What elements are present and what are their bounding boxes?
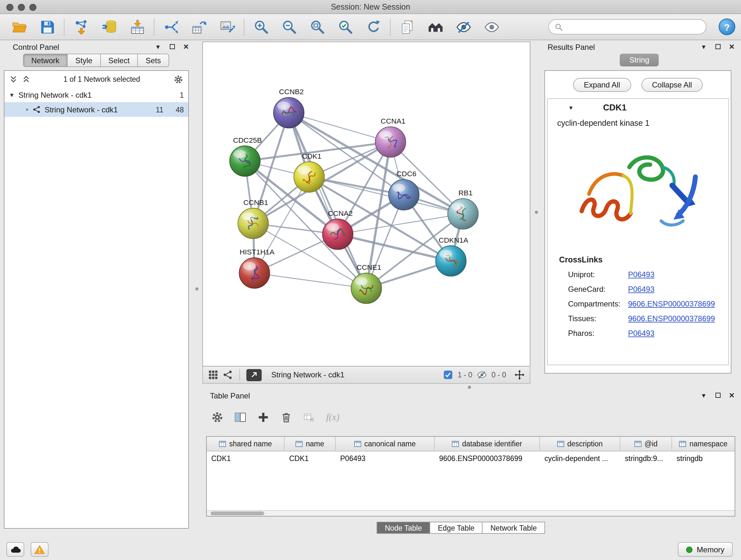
tab-style[interactable]: Style bbox=[68, 54, 100, 67]
column-header-database-identifier[interactable]: database identifier bbox=[434, 437, 540, 451]
cell-shared-name[interactable]: CDK1 bbox=[207, 451, 285, 465]
cell-canonical-name[interactable]: P06493 bbox=[336, 451, 434, 465]
column-header-name[interactable]: name bbox=[285, 437, 336, 451]
network-node-CCNB1[interactable]: CCNB1 bbox=[238, 198, 269, 239]
show-all-button[interactable] bbox=[482, 17, 501, 37]
compartments-link[interactable]: 9606.ENSP00000378699 bbox=[628, 299, 715, 308]
control-panel-close-button[interactable]: ✕ bbox=[181, 42, 191, 51]
results-panel-float-button[interactable] bbox=[713, 42, 723, 51]
refresh-layout-button[interactable] bbox=[364, 17, 383, 37]
first-neighbors-button[interactable] bbox=[426, 17, 445, 37]
delete-table-button[interactable] bbox=[303, 411, 315, 423]
search-box[interactable] bbox=[548, 19, 706, 35]
network-node-CDK1[interactable]: CDK1 bbox=[294, 152, 325, 192]
help-button[interactable]: ? bbox=[719, 18, 735, 35]
gene-card-header[interactable]: ▼ CDK1 bbox=[548, 99, 728, 116]
delete-column-button[interactable] bbox=[280, 411, 292, 423]
pan-tool-button[interactable] bbox=[515, 370, 525, 380]
clipboard-button[interactable] bbox=[398, 17, 417, 37]
create-column-button[interactable] bbox=[257, 411, 269, 423]
new-network-button[interactable] bbox=[161, 17, 181, 37]
network-canvas[interactable]: CCNB2CCNA1CDC25BCDK1CDC6RB1CCNB1CCNA2CDK… bbox=[203, 42, 530, 366]
birdseye-view-button[interactable] bbox=[246, 369, 262, 381]
hide-selected-button[interactable] bbox=[454, 17, 473, 37]
network-node-CCNB2[interactable]: CCNB2 bbox=[273, 87, 304, 128]
network-row-selected[interactable]: ● String Network - cdk1 11 48 bbox=[4, 102, 188, 117]
network-collection-row[interactable]: ▼ String Network - cdk1 1 bbox=[4, 87, 188, 102]
open-session-button[interactable] bbox=[10, 17, 29, 37]
tab-node-table[interactable]: Node Table bbox=[377, 522, 430, 534]
network-node-HIST1H1A[interactable]: HIST1H1A bbox=[239, 248, 275, 288]
disclosure-triangle-icon[interactable]: ▼ bbox=[9, 91, 15, 98]
zoom-in-button[interactable] bbox=[252, 17, 271, 37]
import-table-button[interactable] bbox=[128, 17, 147, 37]
zoom-out-button[interactable] bbox=[280, 17, 299, 37]
cell-database-identifier[interactable]: 9606.ENSP00000378699 bbox=[434, 451, 540, 465]
network-node-CDKN1A[interactable]: CDKN1A bbox=[435, 236, 468, 276]
network-type-button[interactable] bbox=[223, 370, 233, 380]
import-network-file-button[interactable] bbox=[71, 17, 91, 37]
network-node-RB1[interactable]: RB1 bbox=[448, 189, 478, 229]
column-header-description[interactable]: description bbox=[540, 437, 620, 451]
zoom-window-button[interactable] bbox=[29, 3, 37, 10]
network-node-CDC6[interactable]: CDC6 bbox=[389, 170, 419, 210]
zoom-fit-button[interactable] bbox=[308, 17, 327, 37]
scrollbar-thumb[interactable] bbox=[211, 511, 264, 515]
show-columns-button[interactable] bbox=[234, 411, 246, 423]
warnings-button[interactable] bbox=[30, 542, 49, 557]
zoom-selected-button[interactable] bbox=[336, 17, 355, 37]
table-panel-float-button[interactable] bbox=[713, 391, 723, 400]
table-panel-collapse-button[interactable]: ▾ bbox=[699, 391, 709, 400]
memory-button[interactable]: Memory bbox=[677, 542, 733, 557]
right-splitter-handle[interactable] bbox=[535, 211, 538, 214]
tab-sets[interactable]: Sets bbox=[138, 54, 169, 67]
cell-description[interactable]: cyclin-dependent ... bbox=[540, 451, 620, 465]
column-header-at-id[interactable]: @id bbox=[620, 437, 672, 451]
control-panel-float-button[interactable] bbox=[167, 42, 177, 51]
column-header-namespace[interactable]: namespace bbox=[672, 437, 735, 451]
close-window-button[interactable] bbox=[6, 3, 13, 10]
tissues-link[interactable]: 9606.ENSP00000378699 bbox=[628, 314, 715, 323]
cell-namespace[interactable]: stringdb bbox=[672, 451, 735, 465]
network-node-CCNA1[interactable]: CCNA1 bbox=[375, 117, 406, 158]
table-delete-icon bbox=[303, 411, 315, 423]
search-input[interactable] bbox=[567, 22, 700, 31]
export-image-button[interactable] bbox=[218, 17, 237, 37]
cell-name[interactable]: CDK1 bbox=[285, 451, 336, 465]
network-node-CDC25B[interactable]: CDC25B bbox=[230, 136, 262, 177]
genecard-link[interactable]: P06493 bbox=[628, 285, 655, 294]
save-session-button[interactable] bbox=[38, 17, 57, 37]
expand-all-button[interactable]: Expand All bbox=[573, 78, 631, 92]
disclosure-triangle-icon[interactable]: ▼ bbox=[568, 105, 574, 111]
collapse-all-button[interactable]: Collapse All bbox=[641, 78, 703, 92]
export-network-table-button[interactable] bbox=[190, 17, 209, 37]
tab-select[interactable]: Select bbox=[100, 54, 138, 67]
bottom-splitter-handle[interactable] bbox=[468, 386, 471, 389]
function-builder-button[interactable]: f(x) bbox=[326, 412, 340, 422]
cloud-button[interactable] bbox=[6, 542, 24, 557]
uniprot-link[interactable]: P06493 bbox=[628, 270, 655, 279]
tab-edge-table[interactable]: Edge Table bbox=[430, 522, 483, 534]
gear-icon[interactable] bbox=[174, 74, 183, 84]
collapse-all-icon[interactable] bbox=[22, 75, 30, 83]
tab-network[interactable]: Network bbox=[23, 54, 68, 67]
results-panel-close-button[interactable]: ✕ bbox=[727, 42, 737, 51]
table-row[interactable]: CDK1 CDK1 P06493 9606.ENSP00000378699 cy… bbox=[207, 451, 735, 465]
pharos-link[interactable]: P06493 bbox=[628, 328, 655, 337]
expand-all-icon[interactable] bbox=[10, 75, 17, 83]
import-network-database-button[interactable] bbox=[99, 17, 119, 37]
table-settings-button[interactable] bbox=[211, 411, 223, 423]
horizontal-scrollbar[interactable] bbox=[207, 510, 735, 516]
results-panel-collapse-button[interactable]: ▾ bbox=[699, 42, 709, 51]
tab-network-table[interactable]: Network Table bbox=[483, 522, 545, 534]
column-header-shared-name[interactable]: shared name bbox=[207, 437, 285, 451]
table-panel-close-button[interactable]: ✕ bbox=[727, 391, 737, 400]
column-type-icon bbox=[295, 440, 302, 447]
cell-at-id[interactable]: stringdb:9... bbox=[620, 451, 672, 465]
control-panel-collapse-button[interactable]: ▾ bbox=[153, 42, 163, 51]
minimize-window-button[interactable] bbox=[18, 3, 25, 10]
left-splitter-handle[interactable] bbox=[195, 287, 199, 291]
tab-string[interactable]: String bbox=[620, 54, 659, 66]
column-header-canonical-name[interactable]: canonical name bbox=[336, 437, 434, 451]
grid-view-button[interactable] bbox=[208, 370, 218, 380]
